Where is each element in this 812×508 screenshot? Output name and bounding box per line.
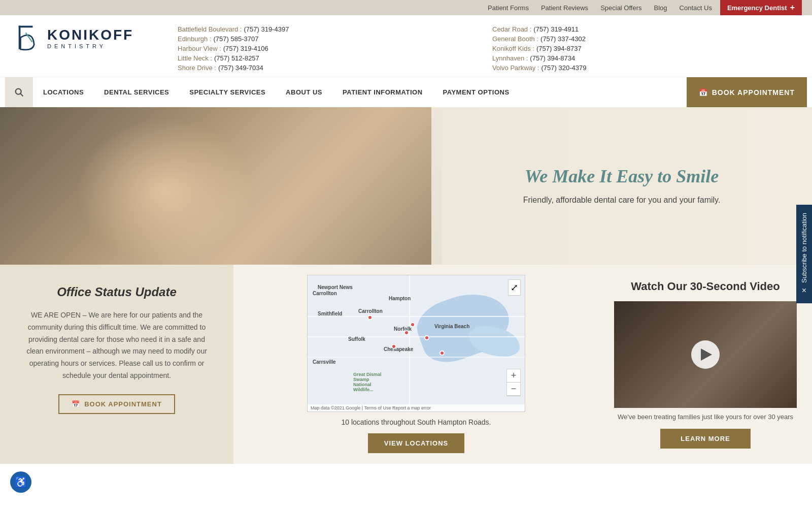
phone-number: (757) 512-8257 <box>214 54 259 62</box>
map-fullscreen-button[interactable]: ⤢ <box>508 279 521 296</box>
office-book-appointment-button[interactable]: 📅 BOOK APPOINTMENT <box>58 394 175 414</box>
location-label: Volvo Parkway : <box>492 64 539 72</box>
phone-item[interactable]: Konikoff Kids :(757) 394-8737 <box>492 45 797 52</box>
svg-rect-1 <box>19 26 33 28</box>
phone-grid: Battlefield Boulevard :(757) 319-4397Ced… <box>157 23 797 72</box>
search-button[interactable] <box>5 77 33 108</box>
calendar-icon: 📅 <box>699 88 708 97</box>
nav-item-locations[interactable]: LOCATIONS <box>33 77 94 107</box>
phone-number: (757) 319-4106 <box>223 45 268 52</box>
map-background: Newport News Hampton Smithfield Carrollt… <box>308 275 525 411</box>
map-caption: 10 locations throughout South Hampton Ro… <box>342 418 491 426</box>
brand-sub: DENTISTRY <box>47 43 133 49</box>
map-zoom-in-button[interactable]: + <box>507 369 520 383</box>
patient-reviews-link[interactable]: Patient Reviews <box>541 4 588 12</box>
nav-items: LOCATIONSDENTAL SERVICESSPECIALTY SERVIC… <box>33 77 687 107</box>
phone-number: (757) 319-4911 <box>533 25 579 33</box>
main-nav: LOCATIONSDENTAL SERVICESSPECIALTY SERVIC… <box>0 77 812 107</box>
subscribe-label: Subscribe to notification <box>800 213 808 283</box>
map-section: Newport News Hampton Smithfield Carrollt… <box>233 265 599 464</box>
subscribe-sidebar[interactable]: × Subscribe to notification <box>796 205 812 303</box>
blog-link[interactable]: Blog <box>654 4 667 12</box>
nav-item-patient-information[interactable]: PATIENT INFORMATION <box>332 77 433 107</box>
map-footer: Map data ©2021 Google | Terms of Use Rep… <box>308 404 525 411</box>
close-icon[interactable]: × <box>802 286 806 295</box>
phone-number: (757) 394-8737 <box>536 45 582 52</box>
brand-name: KONIKOFF <box>47 28 133 42</box>
location-label: Konikoff Kids : <box>492 45 534 52</box>
phone-item[interactable]: Edinburgh :(757) 585-3707 <box>178 35 482 43</box>
top-bar: Patient Forms Patient Reviews Special Of… <box>0 0 812 15</box>
location-label: Battlefield Boulevard : <box>178 25 242 33</box>
video-caption: We've been treating families just like y… <box>618 413 793 421</box>
phone-item[interactable]: Lynnhaven :(757) 394-8734 <box>492 54 797 62</box>
video-play-button[interactable] <box>691 340 720 369</box>
search-icon <box>14 87 25 98</box>
phone-number: (757) 319-4397 <box>244 25 289 33</box>
nav-item-specialty-services[interactable]: SPECIALTY SERVICES <box>179 77 276 107</box>
hero-image <box>0 107 442 265</box>
office-status-title: Office Status Update <box>57 285 177 299</box>
hero-subtext: Friendly, affordable dental care for you… <box>523 194 721 206</box>
phone-number: (757) 320-4379 <box>542 64 587 72</box>
calendar-icon-small: 📅 <box>72 400 80 408</box>
phone-item[interactable]: Harbour View :(757) 319-4106 <box>178 45 482 52</box>
nav-item-payment-options[interactable]: PAYMENT OPTIONS <box>433 77 520 107</box>
video-thumbnail[interactable] <box>614 301 797 408</box>
office-status-panel: Office Status Update WE ARE OPEN – We ar… <box>0 265 233 464</box>
map-zoom-out-button[interactable]: − <box>507 383 520 396</box>
office-status-body: WE ARE OPEN – We are here for our patien… <box>20 309 213 382</box>
hero-headline: We Make It Easy to Smile <box>525 166 719 187</box>
phone-number: (757) 585-3707 <box>214 35 259 43</box>
svg-line-3 <box>20 93 23 96</box>
patient-forms-link[interactable]: Patient Forms <box>488 4 529 12</box>
location-label: Harbour View : <box>178 45 221 52</box>
phone-item[interactable]: Volvo Parkway :(757) 320-4379 <box>492 64 797 72</box>
location-label: Edinburgh : <box>178 35 212 43</box>
phone-item[interactable]: Little Neck :(757) 512-8257 <box>178 54 482 62</box>
plus-icon: + <box>790 3 795 12</box>
nav-item-about-us[interactable]: ABOUT US <box>276 77 332 107</box>
logo-text: KONIKOFF DENTISTRY <box>47 28 133 49</box>
hero-overlay: We Make It Easy to Smile Friendly, affor… <box>431 107 812 265</box>
phone-item[interactable]: Battlefield Boulevard :(757) 319-4397 <box>178 25 482 33</box>
svg-point-2 <box>15 88 21 94</box>
phone-item[interactable]: General Booth :(757) 337-4302 <box>492 35 797 43</box>
location-label: Shore Drive : <box>178 64 216 72</box>
family-photo <box>0 107 442 265</box>
contact-us-link[interactable]: Contact Us <box>680 4 712 12</box>
learn-more-button[interactable]: LEARN MORE <box>660 429 750 449</box>
video-section: Watch Our 30-Second Video We've been tre… <box>599 265 812 464</box>
lower-section: Office Status Update WE ARE OPEN – We ar… <box>0 265 812 464</box>
phone-number: (757) 337-4302 <box>540 35 586 43</box>
book-appointment-nav-button[interactable]: 📅 BOOK APPOINTMENT <box>687 77 807 108</box>
nav-item-dental-services[interactable]: DENTAL SERVICES <box>94 77 179 107</box>
location-label: General Booth : <box>492 35 538 43</box>
video-title: Watch Our 30-Second Video <box>631 280 780 293</box>
logo-area: KONIKOFF DENTISTRY <box>15 23 157 54</box>
view-locations-button[interactable]: VIEW LOCATIONS <box>368 433 464 453</box>
location-label: Lynnhaven : <box>492 54 528 62</box>
phone-item[interactable]: Cedar Road :(757) 319-4911 <box>492 25 797 33</box>
header: KONIKOFF DENTISTRY Battlefield Boulevard… <box>0 15 812 77</box>
phone-item[interactable]: Shore Drive :(757) 349-7034 <box>178 64 482 72</box>
phone-number: (757) 394-8734 <box>530 54 575 62</box>
location-label: Little Neck : <box>178 54 212 62</box>
map-container[interactable]: Newport News Hampton Smithfield Carrollt… <box>307 275 525 412</box>
hero-section: We Make It Easy to Smile Friendly, affor… <box>0 107 812 265</box>
special-offers-link[interactable]: Special Offers <box>600 4 641 12</box>
location-label: Cedar Road : <box>492 25 531 33</box>
phone-number: (757) 349-7034 <box>218 64 263 72</box>
map-zoom-controls: + − <box>506 369 521 396</box>
emergency-dentist-button[interactable]: Emergency Dentist + <box>720 0 802 15</box>
logo-icon <box>15 23 43 54</box>
